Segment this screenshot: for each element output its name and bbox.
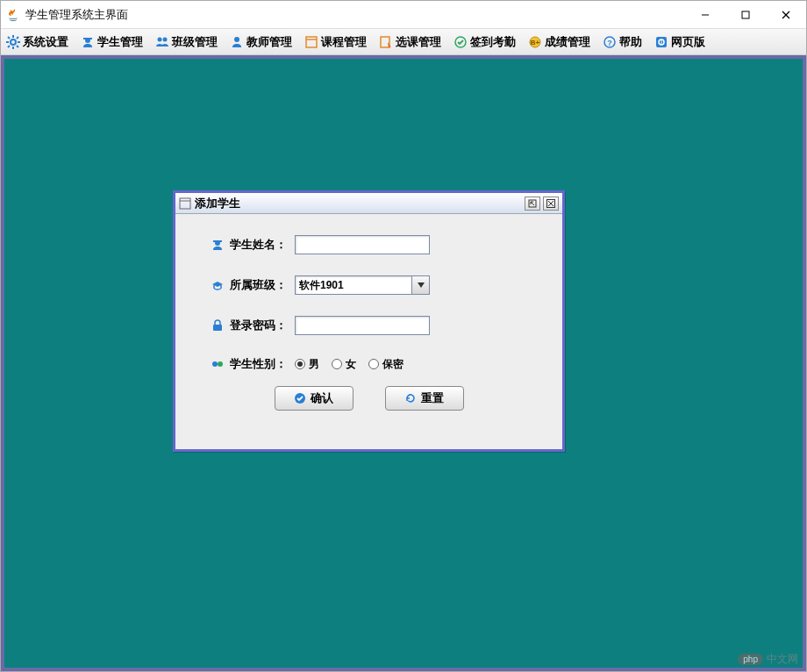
lock-icon [211,318,225,332]
radio-icon [332,359,342,369]
svg-line-11 [17,37,18,39]
field-student-name: 学生姓名： [211,235,527,254]
dialog-maximize-button[interactable] [525,197,540,211]
svg-rect-35 [213,325,222,331]
svg-point-37 [218,361,223,367]
class-label: 所属班级： [230,277,295,293]
php-badge: php [738,654,763,665]
name-input[interactable] [295,235,430,254]
mdi-desktop: 添加学生 学生姓名： 所属班级： 软件1901 [1,55,806,671]
menu-attendance[interactable]: 签到考勤 [452,32,518,52]
menu-grades-mgmt[interactable]: B+ 成绩管理 [526,32,592,52]
field-class: 所属班级： 软件1901 [211,275,527,295]
maximize-button[interactable] [725,1,766,28]
svg-line-10 [17,46,18,47]
menu-teacher-mgmt[interactable]: 教师管理 [228,32,294,52]
class-icon [211,278,225,292]
svg-line-9 [8,37,10,39]
window-icon [179,197,191,210]
svg-text:?: ? [607,39,612,47]
student-icon [211,238,225,252]
password-input[interactable] [295,316,430,335]
java-icon [6,8,20,22]
grades-icon: B+ [528,35,542,49]
radio-icon [368,359,379,369]
menu-web-version[interactable]: 网页版 [653,32,707,52]
minimize-button[interactable] [685,1,725,28]
menu-system-settings[interactable]: 系统设置 [4,32,70,52]
gear-icon [6,35,20,49]
window-title: 学生管理系统主界面 [25,7,128,23]
radio-male[interactable]: 男 [295,357,319,372]
menu-selection-mgmt[interactable]: 选课管理 [377,32,443,52]
radio-icon [295,359,305,369]
dialog-buttons: 确认 重置 [211,386,527,411]
close-button[interactable] [766,1,806,28]
teacher-icon [230,35,244,49]
chevron-down-icon [411,276,429,294]
help-icon: ? [603,35,617,49]
dialog-form: 学生姓名： 所属班级： 软件1901 登录密码： [175,214,562,419]
dialog-titlebar: 添加学生 [175,193,562,214]
svg-rect-14 [83,38,92,39]
svg-text:B+: B+ [531,39,540,46]
class-value: 软件1901 [296,276,411,294]
gender-label: 学生性别： [230,356,295,372]
reset-button[interactable]: 重置 [385,386,464,411]
svg-point-4 [11,39,16,45]
check-icon [294,392,306,404]
svg-rect-34 [213,240,222,242]
svg-point-16 [163,37,168,41]
course-icon [304,35,318,49]
radio-secret[interactable]: 保密 [368,357,404,372]
menu-help[interactable]: ? 帮助 [601,32,644,52]
password-label: 登录密码： [230,318,295,333]
field-password: 登录密码： [211,316,527,335]
svg-point-15 [158,37,162,41]
add-student-dialog: 添加学生 学生姓名： 所属班级： 软件1901 [173,190,565,452]
menu-student-mgmt[interactable]: 学生管理 [79,32,145,52]
menu-class-mgmt[interactable]: 班级管理 [154,32,219,52]
reset-icon [404,392,417,404]
student-icon [81,35,95,49]
attendance-icon [453,35,468,49]
watermark: php 中文网 [738,652,798,667]
class-combobox[interactable]: 软件1901 [295,275,430,295]
menu-course-mgmt[interactable]: 课程管理 [303,32,368,52]
class-icon [155,35,169,49]
toolbar: 系统设置 学生管理 班级管理 教师管理 课程管理 选课管理 签到考勤 B+ 成绩 [1,29,806,55]
dialog-title: 添加学生 [195,196,240,211]
gender-radios: 男 女 保密 [295,357,404,372]
window-controls [685,1,806,28]
svg-line-12 [8,46,10,47]
ok-button[interactable]: 确认 [275,386,354,411]
svg-rect-18 [306,37,317,47]
name-label: 学生姓名： [230,237,295,253]
svg-point-17 [234,37,239,42]
svg-rect-1 [742,11,749,18]
dialog-close-button[interactable] [543,197,559,211]
web-icon [654,35,668,49]
titlebar: 学生管理系统主界面 [1,1,806,29]
watermark-text: 中文网 [767,652,798,667]
selection-icon [379,35,393,49]
radio-female[interactable]: 女 [332,357,356,372]
gender-icon [211,357,225,371]
svg-point-36 [212,361,218,367]
field-gender: 学生性别： 男 女 保密 [211,356,527,372]
main-window: 学生管理系统主界面 系统设置 学生管理 班级管理 [0,0,807,672]
svg-rect-27 [180,198,190,209]
svg-rect-20 [381,37,389,47]
